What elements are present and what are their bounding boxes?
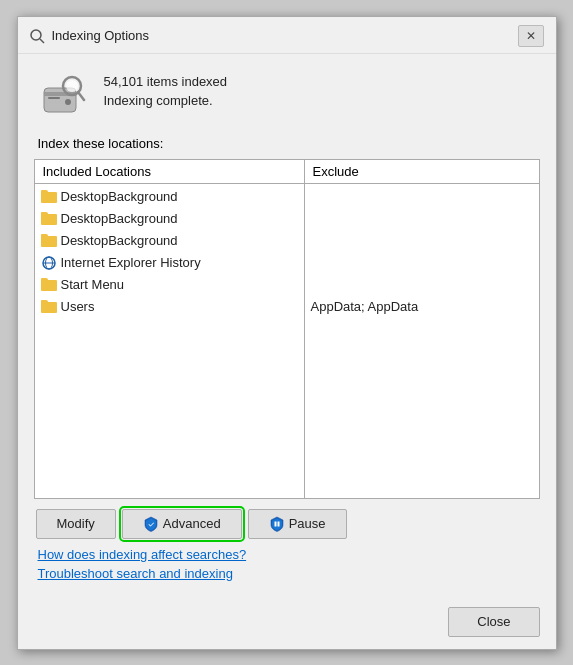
footer: Close [18, 599, 556, 649]
shield-advanced-icon [143, 516, 159, 532]
svg-point-9 [67, 81, 70, 84]
close-dialog-button[interactable]: Close [448, 607, 539, 637]
svg-point-0 [31, 30, 41, 40]
advanced-label: Advanced [163, 516, 221, 531]
folder-icon [41, 300, 57, 313]
close-button[interactable]: ✕ [518, 25, 544, 47]
dialog-icon [28, 27, 46, 45]
list-item[interactable]: Start Menu [35, 274, 304, 296]
excludes-column: AppData; AppData [305, 184, 539, 498]
action-buttons: Modify Advanced Pause [34, 509, 540, 539]
svg-point-4 [65, 99, 71, 105]
pause-button[interactable]: Pause [248, 509, 347, 539]
svg-line-8 [78, 92, 84, 100]
location-name: DesktopBackground [61, 211, 178, 226]
list-item[interactable]: DesktopBackground [35, 230, 304, 252]
location-name: Start Menu [61, 277, 125, 292]
links-area: How does indexing affect searches? Troub… [34, 539, 540, 589]
modify-button[interactable]: Modify [36, 509, 116, 539]
col-included-header: Included Locations [35, 160, 305, 183]
svg-line-1 [40, 39, 44, 43]
exclude-cell: AppData; AppData [305, 296, 539, 318]
table-body: DesktopBackground DesktopBackground Desk… [35, 184, 539, 498]
location-name: Internet Explorer History [61, 255, 201, 270]
exclude-cell [305, 186, 539, 208]
locations-table: Included Locations Exclude DesktopBackgr… [34, 159, 540, 499]
svg-rect-15 [277, 521, 279, 526]
folder-icon [41, 190, 57, 203]
exclude-cell [305, 274, 539, 296]
folder-icon [41, 234, 57, 247]
indexing-help-link[interactable]: How does indexing affect searches? [38, 547, 536, 562]
table-header: Included Locations Exclude [35, 160, 539, 184]
troubleshoot-link[interactable]: Troubleshoot search and indexing [38, 566, 536, 581]
location-name: DesktopBackground [61, 233, 178, 248]
svg-rect-14 [274, 521, 276, 526]
folder-icon [41, 278, 57, 291]
svg-rect-5 [48, 97, 60, 99]
index-locations-label: Index these locations: [34, 136, 540, 151]
svg-point-7 [66, 80, 78, 92]
title-bar: Indexing Options ✕ [18, 17, 556, 54]
exclude-cell [305, 230, 539, 252]
list-item[interactable]: DesktopBackground [35, 186, 304, 208]
dialog-title: Indexing Options [52, 28, 518, 43]
folder-icon [41, 212, 57, 225]
status-message: Indexing complete. [104, 93, 228, 108]
ie-icon [41, 255, 57, 271]
dialog-content: 54,101 items indexed Indexing complete. … [18, 54, 556, 599]
list-item[interactable]: DesktopBackground [35, 208, 304, 230]
pause-label: Pause [289, 516, 326, 531]
status-area: 54,101 items indexed Indexing complete. [34, 70, 540, 122]
list-item[interactable]: Users [35, 296, 304, 318]
advanced-button[interactable]: Advanced [122, 509, 242, 539]
col-exclude-header: Exclude [305, 160, 539, 183]
exclude-cell [305, 252, 539, 274]
indexing-options-dialog: Indexing Options ✕ [17, 16, 557, 650]
shield-pause-icon [269, 516, 285, 532]
disk-icon [38, 70, 90, 122]
exclude-cell [305, 208, 539, 230]
location-name: Users [61, 299, 95, 314]
locations-column: DesktopBackground DesktopBackground Desk… [35, 184, 305, 498]
location-name: DesktopBackground [61, 189, 178, 204]
list-item[interactable]: Internet Explorer History [35, 252, 304, 274]
item-count: 54,101 items indexed [104, 74, 228, 89]
status-text: 54,101 items indexed Indexing complete. [104, 70, 228, 108]
